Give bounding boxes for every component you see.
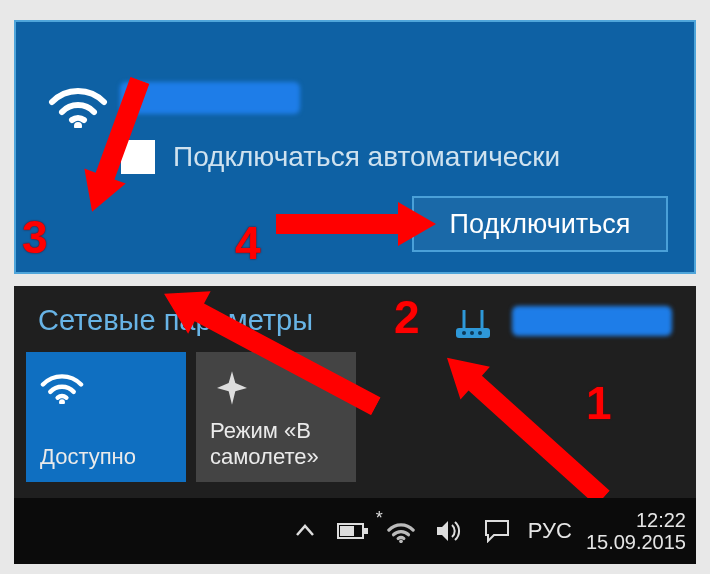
airplane-icon xyxy=(210,368,254,408)
svg-rect-14 xyxy=(340,526,354,536)
system-tray: * РУС 12:22 15.09.2015 xyxy=(288,498,686,564)
router-icon xyxy=(450,306,496,342)
svg-point-6 xyxy=(462,331,466,335)
airplane-tile-label: Режим «В самолете» xyxy=(210,418,319,470)
time-text: 12:22 xyxy=(636,509,686,531)
asterisk-icon: * xyxy=(376,508,383,529)
svg-point-8 xyxy=(478,331,482,335)
wifi-icon xyxy=(40,368,84,404)
connect-button-label: Подключиться xyxy=(450,209,631,240)
network-tray-icon[interactable]: * xyxy=(384,514,418,548)
action-center-icon[interactable] xyxy=(480,514,514,548)
annotation-1: 1 xyxy=(586,376,612,430)
svg-point-0 xyxy=(74,122,82,128)
auto-connect-label: Подключаться автоматически xyxy=(173,141,560,173)
annotation-2: 2 xyxy=(394,290,420,344)
router-name-redacted xyxy=(512,306,672,336)
taskbar: * РУС 12:22 15.09.2015 xyxy=(14,498,696,564)
language-indicator[interactable]: РУС xyxy=(528,518,572,544)
annotation-3: 3 xyxy=(22,210,48,264)
svg-point-9 xyxy=(59,399,65,404)
volume-icon[interactable] xyxy=(432,514,466,548)
annotation-4: 4 xyxy=(235,216,261,270)
wifi-tile[interactable]: Доступно xyxy=(26,352,186,482)
svg-point-7 xyxy=(470,331,474,335)
arrow-icon xyxy=(276,196,436,252)
date-text: 15.09.2015 xyxy=(586,531,686,553)
tray-overflow-icon[interactable] xyxy=(288,514,322,548)
svg-point-15 xyxy=(399,539,403,543)
svg-rect-13 xyxy=(364,528,368,534)
wifi-tile-label: Доступно xyxy=(40,444,136,470)
connect-button[interactable]: Подключиться xyxy=(412,196,668,252)
svg-marker-2 xyxy=(276,202,436,246)
battery-icon[interactable] xyxy=(336,514,370,548)
clock[interactable]: 12:22 15.09.2015 xyxy=(586,509,686,553)
